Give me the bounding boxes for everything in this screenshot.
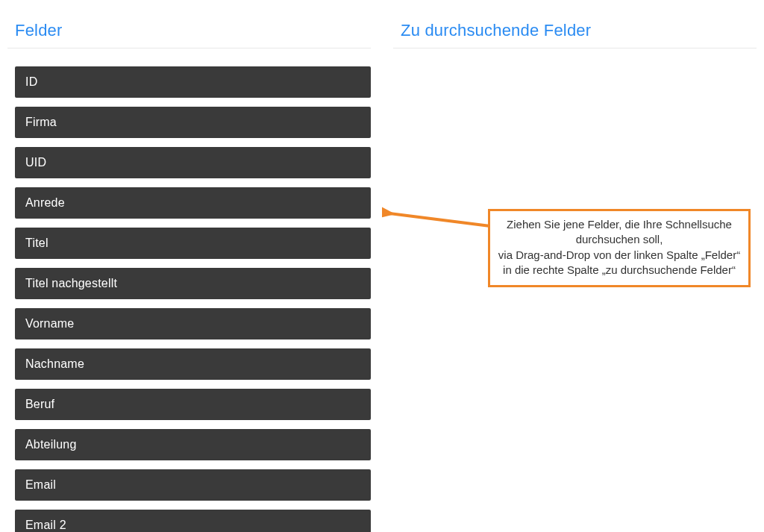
fields-target-title: Zu durchsuchende Felder [393,15,757,48]
field-item[interactable]: UID [15,147,371,178]
annotation-line: via Drag-and-Drop von der linken Spalte … [496,248,742,278]
field-item[interactable]: Beruf [15,389,371,420]
field-item[interactable]: Email 2 [15,510,371,532]
field-item[interactable]: Nachname [15,348,371,380]
field-item[interactable]: Abteilung [15,429,371,460]
field-item[interactable]: Vorname [15,308,371,339]
field-item[interactable]: Anrede [15,187,371,219]
annotation-line: Ziehen Sie jene Felder, die Ihre Schnell… [496,217,742,248]
field-item[interactable]: ID [15,66,371,98]
field-item[interactable]: Titel nachgestellt [15,268,371,299]
field-item[interactable]: Firma [15,107,371,138]
fields-source-title: Felder [7,15,371,48]
field-item[interactable]: Titel [15,228,371,259]
field-item[interactable]: Email [15,469,371,501]
annotation-callout: Ziehen Sie jene Felder, die Ihre Schnell… [488,209,751,287]
fields-source-column[interactable]: Felder ID Firma UID Anrede Titel Titel n… [7,15,371,532]
fields-source-list[interactable]: ID Firma UID Anrede Titel Titel nachgest… [7,66,371,532]
